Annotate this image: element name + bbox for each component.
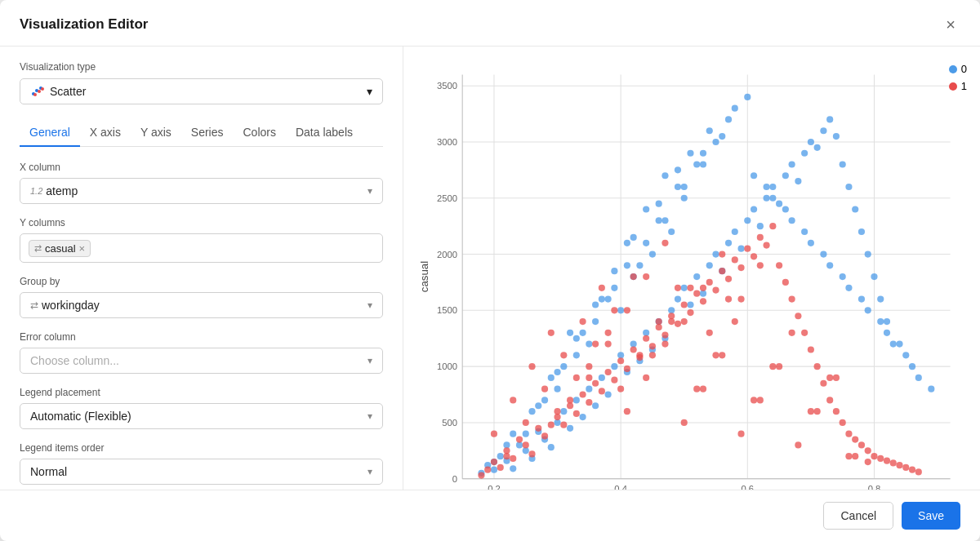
svg-point-257 bbox=[668, 318, 675, 325]
svg-point-108 bbox=[712, 139, 719, 145]
svg-point-156 bbox=[858, 295, 865, 302]
svg-point-268 bbox=[636, 352, 643, 358]
svg-point-111 bbox=[554, 386, 560, 392]
cancel-button[interactable]: Cancel bbox=[823, 502, 893, 530]
svg-point-256 bbox=[649, 352, 656, 358]
svg-text:2000: 2000 bbox=[437, 250, 457, 259]
svg-point-141 bbox=[523, 431, 529, 437]
legend-placement-chevron: ▾ bbox=[368, 410, 372, 422]
chart-container: 0 1 05001000150020002500300035000.20.40.… bbox=[416, 56, 967, 490]
viz-type-label: Visualization type bbox=[20, 61, 383, 73]
svg-point-164 bbox=[554, 369, 560, 375]
svg-point-243 bbox=[624, 307, 630, 313]
svg-point-154 bbox=[820, 251, 826, 257]
svg-point-249 bbox=[737, 295, 744, 302]
legend-placement-select[interactable]: Automatic (Flexible) ▾ bbox=[20, 403, 383, 429]
tab-datalabels[interactable]: Data labels bbox=[286, 119, 363, 147]
svg-point-150 bbox=[700, 150, 706, 157]
svg-point-283 bbox=[528, 363, 535, 370]
svg-point-235 bbox=[884, 458, 890, 464]
svg-point-125 bbox=[599, 295, 605, 302]
svg-point-95 bbox=[858, 228, 865, 235]
svg-point-83 bbox=[782, 172, 789, 179]
svg-point-4 bbox=[38, 90, 41, 93]
svg-point-253 bbox=[592, 341, 599, 348]
svg-point-291 bbox=[681, 419, 688, 426]
svg-point-126 bbox=[636, 262, 643, 268]
svg-point-120 bbox=[732, 105, 738, 112]
y-columns-label: Y columns bbox=[20, 217, 383, 228]
svg-point-135 bbox=[826, 262, 833, 268]
svg-point-71 bbox=[706, 262, 713, 268]
viz-type-select[interactable]: Scatter ▾ bbox=[20, 78, 383, 104]
svg-point-130 bbox=[719, 133, 725, 140]
close-button[interactable]: × bbox=[941, 15, 960, 34]
svg-point-192 bbox=[611, 377, 617, 384]
svg-point-214 bbox=[751, 253, 757, 259]
svg-point-98 bbox=[877, 295, 884, 302]
visualization-editor-modal: Visualization Editor × Visualization typ… bbox=[0, 0, 980, 541]
svg-point-129 bbox=[700, 161, 706, 167]
svg-point-190 bbox=[599, 388, 605, 394]
svg-point-288 bbox=[624, 408, 630, 415]
y-columns-input[interactable]: ⇄ casual × bbox=[20, 233, 383, 263]
svg-point-297 bbox=[795, 441, 801, 448]
tabs-row: General X axis Y axis Series Colors Data… bbox=[20, 119, 383, 147]
tab-general[interactable]: General bbox=[20, 119, 80, 147]
svg-point-49 bbox=[567, 425, 573, 432]
svg-text:0: 0 bbox=[452, 474, 457, 484]
error-column-select[interactable]: Choose column... ▾ bbox=[20, 348, 383, 374]
svg-point-122 bbox=[528, 408, 535, 415]
svg-point-77 bbox=[744, 217, 751, 224]
svg-point-222 bbox=[801, 330, 808, 336]
svg-point-210 bbox=[725, 276, 732, 282]
casual-tag-remove[interactable]: × bbox=[79, 242, 86, 255]
svg-point-224 bbox=[814, 363, 821, 370]
tab-xaxis[interactable]: X axis bbox=[80, 119, 131, 147]
svg-point-188 bbox=[586, 399, 592, 406]
svg-text:2500: 2500 bbox=[437, 193, 457, 203]
svg-point-143 bbox=[560, 363, 567, 370]
svg-point-168 bbox=[630, 234, 637, 241]
tab-yaxis[interactable]: Y axis bbox=[131, 119, 181, 147]
svg-point-198 bbox=[649, 343, 656, 349]
chart-panel: 0 1 05001000150020002500300035000.20.40.… bbox=[403, 47, 980, 490]
svg-point-171 bbox=[478, 472, 484, 478]
svg-point-232 bbox=[865, 447, 871, 454]
scatter-chart: 05001000150020002500300035000.20.40.60.8… bbox=[416, 56, 967, 490]
svg-point-204 bbox=[687, 309, 693, 316]
save-button[interactable]: Save bbox=[902, 502, 960, 530]
svg-point-289 bbox=[643, 375, 649, 381]
svg-point-264 bbox=[560, 352, 567, 358]
tab-series[interactable]: Series bbox=[181, 119, 234, 147]
svg-point-123 bbox=[548, 375, 555, 381]
svg-point-89 bbox=[820, 127, 826, 134]
svg-point-177 bbox=[516, 436, 523, 442]
svg-point-50 bbox=[573, 397, 580, 403]
svg-point-223 bbox=[808, 346, 814, 353]
svg-point-254 bbox=[611, 307, 617, 313]
svg-point-273 bbox=[732, 318, 738, 325]
svg-point-195 bbox=[630, 346, 637, 353]
svg-point-202 bbox=[675, 321, 681, 327]
svg-point-207 bbox=[706, 279, 713, 286]
svg-point-211 bbox=[732, 256, 738, 263]
tab-colors[interactable]: Colors bbox=[234, 119, 286, 147]
group-by-icon: ⇄ bbox=[30, 299, 38, 311]
viz-type-icon: Scatter bbox=[30, 85, 86, 98]
svg-point-219 bbox=[782, 279, 789, 286]
svg-point-215 bbox=[757, 234, 764, 241]
svg-point-203 bbox=[681, 301, 688, 308]
svg-point-280 bbox=[865, 459, 871, 465]
svg-point-76 bbox=[737, 246, 744, 252]
svg-point-105 bbox=[668, 228, 675, 235]
legend-items-select[interactable]: Normal ▾ bbox=[20, 459, 383, 485]
svg-point-259 bbox=[706, 330, 713, 336]
svg-point-176 bbox=[510, 455, 516, 462]
x-column-select[interactable]: 1.2 atemp ▾ bbox=[20, 178, 383, 204]
svg-point-282 bbox=[510, 397, 516, 403]
legend-placement-group: Legend placement Automatic (Flexible) ▾ bbox=[20, 387, 383, 429]
svg-point-3 bbox=[33, 93, 37, 96]
group-by-select[interactable]: ⇄ workingday ▾ bbox=[20, 292, 383, 318]
svg-point-97 bbox=[871, 273, 877, 280]
